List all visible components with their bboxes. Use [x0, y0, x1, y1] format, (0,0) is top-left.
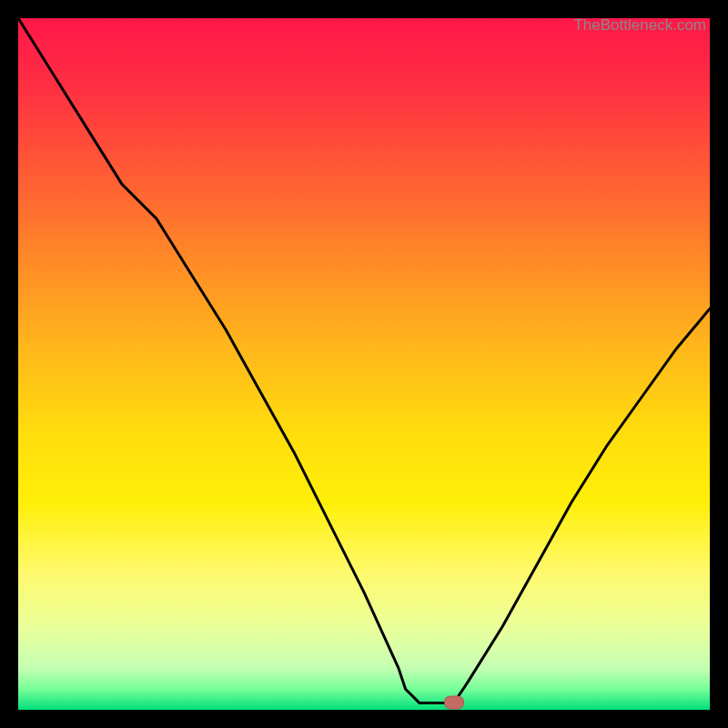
chart-frame: TheBottleneck.com	[0, 0, 728, 728]
bottleneck-curve	[18, 18, 710, 710]
optimal-marker	[444, 696, 464, 710]
plot-area: TheBottleneck.com	[18, 18, 710, 710]
watermark: TheBottleneck.com	[573, 16, 706, 35]
